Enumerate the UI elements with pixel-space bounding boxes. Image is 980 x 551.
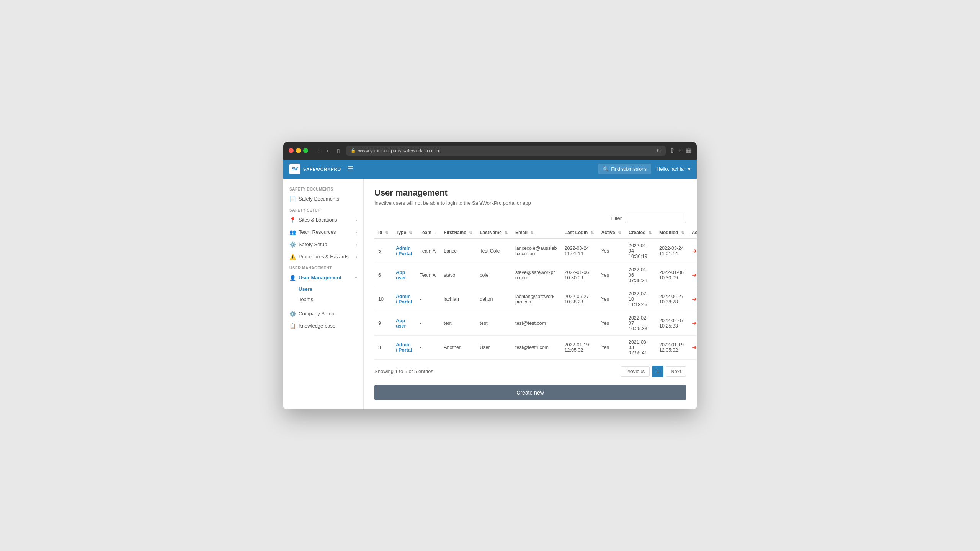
sort-icon: ⇅ xyxy=(385,231,388,235)
cell-firstname: lachlan xyxy=(440,287,476,311)
col-email[interactable]: Email ⇅ xyxy=(511,227,561,239)
team-resources-icon: 👥 xyxy=(289,229,296,235)
cell-type: Admin / Portal xyxy=(392,239,416,263)
users-label: Users xyxy=(299,286,312,292)
cell-actions: ➜ ✎ xyxy=(688,287,697,311)
sidebar-sub-item-users[interactable]: Users xyxy=(283,284,363,294)
cell-created: 2022-02-07 10:25:33 xyxy=(625,311,655,335)
col-firstname[interactable]: FirstName ⇅ xyxy=(440,227,476,239)
hamburger-menu[interactable]: ☰ xyxy=(347,165,353,173)
col-type[interactable]: Type ⇅ xyxy=(392,227,416,239)
sidebar-section-user-management: USER MANAGEMENT xyxy=(283,263,363,272)
sidebar-item-safety-documents[interactable]: 📄 Safety Documents xyxy=(283,193,363,205)
share-icon[interactable]: ⇧ xyxy=(670,147,675,154)
login-as-user-icon[interactable]: ➜ xyxy=(692,295,697,303)
table-footer: Showing 1 to 5 of 5 entries Previous 1 N… xyxy=(374,366,686,377)
sidebar-item-company-setup[interactable]: ⚙️ Company Setup xyxy=(283,308,363,320)
cell-type: App user xyxy=(392,263,416,287)
sidebar-item-procedures-hazards[interactable]: ⚠️ Procedures & Hazards › xyxy=(283,251,363,263)
cell-email: test@test4.com xyxy=(511,335,561,359)
cell-active: Yes xyxy=(598,311,625,335)
table-body: 5 Admin / Portal Team A Lance Test Cole … xyxy=(374,239,697,360)
maximize-button[interactable] xyxy=(303,148,308,153)
cell-actions: ➜ ✎ xyxy=(688,311,697,335)
col-active[interactable]: Active ⇅ xyxy=(598,227,625,239)
cell-type: App user xyxy=(392,311,416,335)
browser-nav: ‹ › xyxy=(315,147,331,155)
sidebar-item-label: Knowledge base xyxy=(299,323,335,329)
forward-button[interactable]: › xyxy=(324,147,330,155)
cell-actions: ➜ ✎ xyxy=(688,335,697,359)
sidebar-item-safety-setup[interactable]: ⚙️ Safety Setup › xyxy=(283,238,363,251)
sidebar-sub-item-teams[interactable]: Teams xyxy=(283,294,363,305)
cell-team: Team A xyxy=(416,263,440,287)
teams-label: Teams xyxy=(299,297,313,302)
col-modified[interactable]: Modified ⇅ xyxy=(655,227,688,239)
col-last-login[interactable]: Last Login ⇅ xyxy=(561,227,598,239)
new-tab-icon[interactable]: + xyxy=(678,147,682,154)
next-button[interactable]: Next xyxy=(666,366,686,377)
traffic-lights xyxy=(289,148,308,153)
main-content: User management Inactive users will not … xyxy=(364,179,697,409)
sidebar: SAFETY DOCUMENTS 📄 Safety Documents SAFE… xyxy=(283,179,364,409)
cell-created: 2022-02-10 11:18:46 xyxy=(625,287,655,311)
reader-button[interactable]: ▯ xyxy=(335,147,342,155)
minimize-button[interactable] xyxy=(296,148,301,153)
sidebar-item-team-resources[interactable]: 👥 Team Resources › xyxy=(283,226,363,238)
safety-setup-icon: ⚙️ xyxy=(289,241,296,248)
cell-id: 5 xyxy=(374,239,392,263)
col-lastname[interactable]: LastName ⇅ xyxy=(476,227,511,239)
app-logo: SW SAFEWORKPRO xyxy=(289,164,341,174)
find-submissions-button[interactable]: 🔍 Find submissions xyxy=(598,164,651,174)
login-as-user-icon[interactable]: ➜ xyxy=(692,344,697,351)
cell-lastname: User xyxy=(476,335,511,359)
chevron-down-icon: ▾ xyxy=(355,275,357,280)
sort-icon: ↓ xyxy=(434,231,436,235)
cell-firstname: Another xyxy=(440,335,476,359)
login-as-user-icon[interactable]: ➜ xyxy=(692,320,697,327)
filter-input[interactable] xyxy=(625,214,686,223)
cell-team: - xyxy=(416,335,440,359)
sidebar-section-safety-documents: SAFETY DOCUMENTS xyxy=(283,184,363,193)
table-row: 3 Admin / Portal - Another User test@tes… xyxy=(374,335,697,359)
url-text: www.your-company.safeworkpro.com xyxy=(358,148,441,153)
chevron-right-icon: › xyxy=(356,230,357,235)
search-icon: 🔍 xyxy=(603,166,609,172)
filter-row: Filter xyxy=(374,214,686,223)
sites-locations-icon: 📍 xyxy=(289,217,296,223)
page-number-1[interactable]: 1 xyxy=(652,366,663,377)
sort-icon: ⇅ xyxy=(505,231,508,235)
col-id[interactable]: Id ⇅ xyxy=(374,227,392,239)
previous-button[interactable]: Previous xyxy=(621,366,650,377)
chevron-right-icon: › xyxy=(356,218,357,222)
col-team[interactable]: Team ↓ xyxy=(416,227,440,239)
create-new-button[interactable]: Create new xyxy=(374,385,686,400)
cell-created: 2022-01-06 07:38:28 xyxy=(625,263,655,287)
login-as-user-icon[interactable]: ➜ xyxy=(692,271,697,279)
cell-firstname: stevo xyxy=(440,263,476,287)
cell-active: Yes xyxy=(598,287,625,311)
address-bar[interactable]: 🔒 www.your-company.safeworkpro.com ↻ xyxy=(346,146,666,156)
close-button[interactable] xyxy=(289,148,294,153)
sort-icon: ⇅ xyxy=(681,231,684,235)
sidebar-section-safety-setup: SAFETY SETUP xyxy=(283,205,363,214)
tabs-overview-icon[interactable]: ▦ xyxy=(686,147,691,154)
cell-modified: 2022-03-24 11:01:14 xyxy=(655,239,688,263)
table-row: 6 App user Team A stevo cole steve@safew… xyxy=(374,263,697,287)
app-body: SAFETY DOCUMENTS 📄 Safety Documents SAFE… xyxy=(283,179,697,409)
user-menu[interactable]: Hello, lachlan ▾ xyxy=(657,166,691,172)
sidebar-item-user-management[interactable]: 👤 User Management ▾ xyxy=(283,272,363,284)
cell-email: lancecole@aussieb b.com.au xyxy=(511,239,561,263)
reload-icon[interactable]: ↻ xyxy=(657,148,661,154)
sidebar-item-sites-locations[interactable]: 📍 Sites & Locations › xyxy=(283,214,363,226)
sidebar-item-label: Sites & Locations xyxy=(299,217,337,223)
sidebar-item-knowledge-base[interactable]: 📋 Knowledge base xyxy=(283,320,363,332)
filter-label: Filter xyxy=(611,215,622,221)
browser-actions: ⇧ + ▦ xyxy=(670,147,691,154)
col-created[interactable]: Created ⇅ xyxy=(625,227,655,239)
sort-icon: ⇅ xyxy=(648,231,652,235)
cell-email: test@test.com xyxy=(511,311,561,335)
login-as-user-icon[interactable]: ➜ xyxy=(692,247,697,254)
procedures-hazards-icon: ⚠️ xyxy=(289,254,296,260)
back-button[interactable]: ‹ xyxy=(315,147,322,155)
